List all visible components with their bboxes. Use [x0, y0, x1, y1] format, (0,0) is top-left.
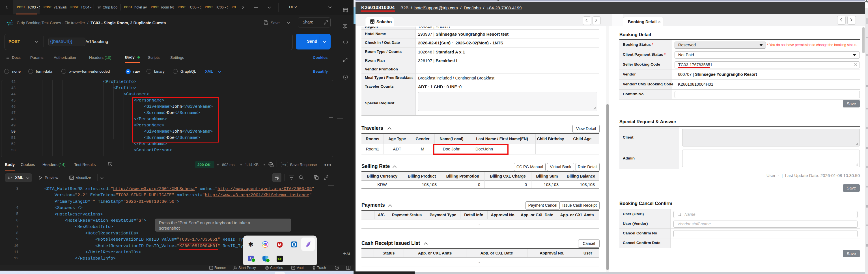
svg-text:HTTP: HTTP — [7, 21, 13, 24]
